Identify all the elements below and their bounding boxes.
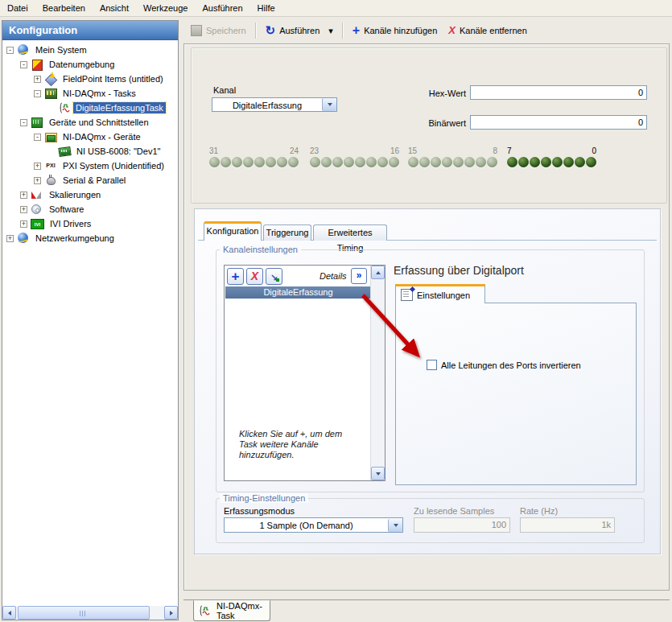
tab-ni-daqmx-task[interactable]: NI-DAQmx-Task [193, 600, 270, 621]
save-icon [191, 25, 202, 36]
remove-channel-button[interactable]: X [246, 268, 263, 285]
tree-item-usb-6008[interactable]: NI USB-6008: "Dev1" [2, 144, 178, 159]
led-indicator [552, 157, 563, 167]
assign-scale-button[interactable]: ↘ [266, 268, 282, 285]
tree-item-netzwerkumgebung[interactable]: + Netzwerkumgebung [2, 231, 178, 245]
invert-lines-row: Alle Leitungen des Ports invertieren [427, 360, 581, 370]
scrollbar-track[interactable] [150, 606, 164, 620]
run-dropdown-caret-icon[interactable]: ▾ [328, 26, 333, 36]
expand-icon[interactable]: + [34, 76, 41, 83]
tab-einstellungen[interactable]: Einstellungen [395, 284, 485, 303]
menu-datei[interactable]: Datei [0, 1, 35, 15]
led-indicator [355, 157, 365, 167]
timing-group-label: Timing-Einstellungen [220, 493, 308, 503]
led-indicator [266, 157, 276, 167]
network-globe-icon [17, 233, 30, 244]
led-indicator [575, 157, 585, 167]
led-indicator [563, 157, 574, 167]
mode-dropdown-button[interactable] [388, 519, 402, 532]
acquisition-mode-label: Erfassungsmodus [224, 506, 295, 516]
tree-item-daqmx-tasks[interactable]: - NI-DAQmx - Tasks [2, 86, 178, 101]
hex-label: Hex-Wert [395, 89, 466, 98]
scroll-right-button[interactable] [164, 606, 178, 620]
led-indicator [476, 157, 486, 167]
channel-list-content: + X ↘ Details » DigitaleErfassung Klicke… [225, 266, 371, 480]
expand-icon[interactable]: + [34, 177, 41, 184]
led-group-23-16: 2316 [310, 146, 399, 167]
run-button[interactable]: ↻ Ausführen ▾ [260, 23, 339, 39]
led-indicator [518, 157, 529, 167]
sidebar-title: Konfiguration [2, 21, 178, 40]
tree-item-software[interactable]: + Software [2, 202, 178, 216]
tree-item-ivi-drivers[interactable]: + IVI IVI Drivers [2, 216, 178, 231]
tree-item-skalierungen[interactable]: + Skalierungen [2, 187, 178, 202]
expand-icon[interactable]: + [34, 163, 41, 170]
led-indicator [332, 157, 343, 167]
kanal-combobox-value: DigitaleErfassung [212, 100, 322, 110]
collapse-icon[interactable]: - [20, 119, 27, 126]
main-toolbar: Speichern ↻ Ausführen ▾ + Kanäle hinzufü… [185, 19, 668, 42]
down-arrow-icon [376, 472, 381, 476]
tab-triggerung[interactable]: Triggerung [263, 224, 311, 241]
led-indicator [389, 157, 399, 167]
tree-item-label: Geräte und Schnittstellen [47, 117, 151, 128]
tree-item-pxi-system[interactable]: + PXI PXI System (Unidentified) [2, 159, 178, 173]
collapse-icon[interactable]: - [20, 61, 27, 68]
remove-channels-button[interactable]: X Kanäle entfernen [443, 23, 532, 38]
add-channels-button[interactable]: + Kanäle hinzufügen [347, 23, 443, 38]
menu-bearbeiten[interactable]: Bearbeiten [35, 1, 93, 15]
remove-channels-label: Kanäle entfernen [460, 26, 527, 35]
horizontal-scrollbar[interactable] [2, 606, 178, 620]
kanal-combobox[interactable]: DigitaleErfassung [212, 97, 337, 112]
tree-item-mein-system[interactable]: - Mein System [2, 43, 178, 57]
menu-werkzeuge[interactable]: Werkzeuge [136, 1, 195, 15]
collapse-icon[interactable]: - [34, 134, 41, 141]
binary-value-field[interactable]: 0 [470, 115, 647, 130]
software-cd-icon [31, 204, 43, 215]
expand-icon[interactable]: + [6, 235, 14, 242]
tab-erweitertes-timing[interactable]: Erweitertes Timing [313, 224, 387, 241]
led-label: 16 [390, 146, 399, 156]
led-indicator [377, 157, 388, 167]
led-indicator [243, 157, 254, 167]
kanal-dropdown-button[interactable] [322, 98, 336, 111]
acquisition-mode-combobox[interactable]: 1 Sample (On Demand) [224, 517, 403, 533]
hex-value-field[interactable]: 0 [470, 85, 647, 100]
expand-icon[interactable]: + [20, 206, 27, 213]
invert-lines-label: Alle Leitungen des Ports invertieren [441, 360, 581, 370]
scroll-down-button[interactable] [371, 467, 385, 480]
scroll-left-button[interactable] [2, 606, 16, 620]
add-channel-button[interactable]: + [227, 268, 244, 285]
led-indicator [453, 157, 464, 167]
tree-item-digitale-erfassung-task[interactable]: DigitaleErfassungTask [2, 101, 178, 115]
led-label: 8 [493, 146, 497, 156]
invert-lines-checkbox[interactable] [427, 360, 437, 370]
channel-list-scrollbar[interactable] [370, 266, 385, 480]
serial-plug-icon [44, 175, 57, 186]
expand-icon[interactable]: + [20, 192, 27, 199]
rate-field: 1k [520, 517, 615, 533]
menu-ansicht[interactable]: Ansicht [93, 1, 136, 15]
led-indicator [487, 157, 497, 167]
expand-icon[interactable]: + [20, 220, 27, 228]
led-group-7-0: 70 [507, 146, 596, 167]
details-expand-button[interactable]: » [351, 268, 367, 284]
tree-item-fieldpoint[interactable]: + FieldPoint Items (untitled) [2, 72, 178, 86]
task-workspace: Kanal DigitaleErfassung Hex-Wert 0 Binär… [183, 43, 670, 591]
scrollbar-thumb[interactable] [18, 606, 150, 620]
tree-item-datenumgebung[interactable]: - Datenumgebung [2, 57, 178, 72]
collapse-icon[interactable]: - [6, 47, 14, 54]
tree-item-geraete[interactable]: - Geräte und Schnittstellen [2, 115, 178, 130]
menu-ausfuehren[interactable]: Ausführen [195, 1, 249, 15]
left-arrow-icon [8, 611, 11, 616]
pxi-icon: PXI [44, 160, 57, 171]
kanal-label: Kanal [213, 85, 236, 95]
tab-konfiguration[interactable]: Konfiguration [204, 221, 262, 241]
selected-channel-row[interactable]: DigitaleErfassung [225, 286, 371, 299]
scroll-up-button[interactable] [371, 266, 385, 279]
menu-hilfe[interactable]: Hilfe [250, 1, 282, 15]
tree-item-label: Skalierungen [47, 189, 103, 200]
tree-item-daqmx-geraete[interactable]: - NI-DAQmx - Geräte [2, 130, 178, 144]
tree-item-serial-parallel[interactable]: + Serial & Parallel [2, 173, 178, 187]
collapse-icon[interactable]: - [34, 90, 41, 97]
